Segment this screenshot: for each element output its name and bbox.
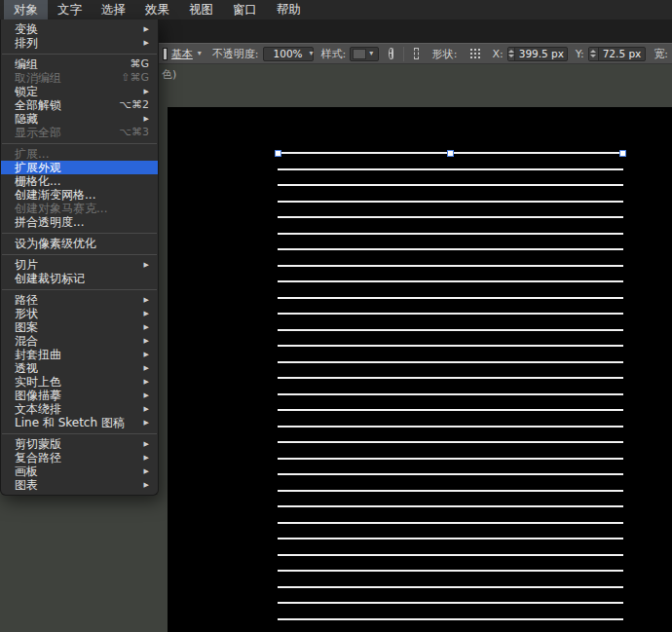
style-label: 样式: <box>321 47 347 61</box>
menu-item-line-and-sketch-art[interactable]: Line 和 Sketch 图稿▶ <box>1 416 158 429</box>
canvas-line[interactable] <box>278 570 623 572</box>
canvas-line[interactable] <box>278 522 623 524</box>
document-tab[interactable]: 色) <box>162 67 176 82</box>
menubar-item-help[interactable]: 帮助 <box>267 0 311 19</box>
canvas-line[interactable] <box>278 345 623 347</box>
menu-item-label: 编组 <box>15 57 38 71</box>
menubar-item-effect[interactable]: 效果 <box>135 0 179 19</box>
opacity-field[interactable]: 100% ▾ <box>263 47 314 61</box>
selection-handle-center[interactable] <box>447 150 454 157</box>
canvas-line[interactable] <box>278 393 623 395</box>
menu-item-create-gradient-mesh[interactable]: 创建渐变网格... <box>1 188 158 202</box>
menu-item-label: 全部解锁 <box>15 98 61 112</box>
canvas-line[interactable] <box>278 426 623 428</box>
menu-separator <box>2 254 157 255</box>
menu-item-envelope-distort[interactable]: 封套扭曲▶ <box>1 348 158 361</box>
menu-item-label: 形状 <box>15 307 38 320</box>
menu-item-clipping-mask[interactable]: 剪切蒙版▶ <box>1 437 158 451</box>
menu-item-lock[interactable]: 锁定▶ <box>1 85 158 98</box>
stepper-icon[interactable] <box>508 48 515 60</box>
canvas-line[interactable] <box>278 233 623 235</box>
menu-item-blend[interactable]: 混合▶ <box>1 334 158 348</box>
canvas-line[interactable] <box>278 184 623 186</box>
canvas-line[interactable] <box>278 201 623 203</box>
canvas-line[interactable] <box>278 265 623 267</box>
canvas-line[interactable] <box>278 168 623 170</box>
canvas-line[interactable] <box>278 377 623 379</box>
artboard[interactable] <box>168 107 672 632</box>
menu-item-slice[interactable]: 切片▶ <box>1 258 158 272</box>
selection-handle-left[interactable] <box>275 150 281 157</box>
x-field[interactable]: 399.5 px <box>507 47 568 61</box>
selection-handle-right[interactable] <box>619 150 626 157</box>
menu-item-transform[interactable]: 变换▶ <box>1 22 158 36</box>
width-label: 宽: <box>653 47 668 61</box>
menu-item-hide[interactable]: 隐藏▶ <box>1 112 158 126</box>
canvas-line[interactable] <box>278 602 623 604</box>
canvas-line[interactable] <box>278 618 623 620</box>
canvas-line[interactable] <box>278 586 623 588</box>
canvas-line[interactable] <box>278 409 623 411</box>
x-label: X: <box>492 48 503 60</box>
menu-item-flatten-transparency[interactable]: 拼合透明度... <box>1 215 158 229</box>
canvas-line[interactable] <box>278 473 623 475</box>
menu-item-expand-appearance[interactable]: 扩展外观 <box>1 161 158 174</box>
canvas-line[interactable] <box>278 490 623 492</box>
chevron-down-icon[interactable]: ▾ <box>198 49 202 58</box>
menu-separator <box>2 233 157 234</box>
opacity-value: 100% <box>270 48 307 59</box>
marquee-icon[interactable] <box>414 48 419 59</box>
menu-item-perspective[interactable]: 透视▶ <box>1 361 158 375</box>
style-dropdown[interactable]: ▾ <box>350 47 379 61</box>
menu-item-create-trim-marks[interactable]: 创建裁切标记 <box>1 272 158 285</box>
menu-item-artboards[interactable]: 画板▶ <box>1 465 158 478</box>
globe-icon[interactable] <box>389 48 393 59</box>
canvas-line[interactable] <box>278 458 623 460</box>
canvas-line[interactable] <box>278 538 623 539</box>
menu-item-rasterize[interactable]: 栅格化... <box>1 174 158 188</box>
menu-item-label: 实时上色 <box>15 375 61 389</box>
menu-item-live-paint[interactable]: 实时上色▶ <box>1 375 158 389</box>
menu-item-compound-path[interactable]: 复合路径▶ <box>1 451 158 465</box>
menubar-item-select[interactable]: 选择 <box>92 0 135 19</box>
canvas-line[interactable] <box>278 554 623 556</box>
menubar-item-window[interactable]: 窗口 <box>223 0 267 19</box>
menubar-item-object[interactable]: 对象 <box>4 0 48 19</box>
menubar-item-type[interactable]: 文字 <box>48 0 92 19</box>
reference-point-icon[interactable] <box>467 48 484 59</box>
appearance-link[interactable]: 基本 <box>171 47 193 61</box>
menubar-item-view[interactable]: 视图 <box>179 0 223 19</box>
canvas-line[interactable] <box>278 216 623 218</box>
menu-item-make-pixel-perfect[interactable]: 设为像素级优化 <box>1 237 158 250</box>
menu-item-group[interactable]: 编组⌘G <box>1 57 158 71</box>
appearance-swatch-icon[interactable] <box>163 48 168 60</box>
menu-item-image-trace[interactable]: 图像描摹▶ <box>1 389 158 402</box>
submenu-arrow-icon: ▶ <box>144 437 149 451</box>
menu-item-pattern[interactable]: 图案▶ <box>1 320 158 334</box>
canvas-line[interactable] <box>278 297 623 299</box>
menu-item-graph[interactable]: 图表▶ <box>1 478 158 492</box>
y-field[interactable]: 72.5 px <box>588 47 647 61</box>
menu-item-unlock-all[interactable]: 全部解锁⌥⌘2 <box>1 98 158 112</box>
menu-item-text-wrap[interactable]: 文本绕排▶ <box>1 402 158 416</box>
canvas-line[interactable] <box>278 313 623 315</box>
canvas-line[interactable] <box>278 248 623 250</box>
menu-item-shortcut: ⌥⌘3 <box>119 126 149 139</box>
menu-item-label: 排列 <box>15 36 38 50</box>
menu-item-label: 取消编组 <box>15 71 61 85</box>
chevron-down-icon[interactable]: ▾ <box>369 49 373 58</box>
menu-item-path[interactable]: 路径▶ <box>1 293 158 307</box>
canvas-line[interactable] <box>278 505 623 507</box>
menu-item-shape[interactable]: 形状▶ <box>1 307 158 320</box>
menu-item-ungroup: 取消编组⇧⌘G <box>1 71 158 85</box>
canvas-line[interactable] <box>278 441 623 443</box>
menu-item-label: 变换 <box>15 22 38 36</box>
stepper-icon[interactable] <box>589 48 599 60</box>
canvas-line[interactable] <box>278 280 623 282</box>
menu-item-label: 栅格化... <box>15 174 60 188</box>
chevron-down-icon[interactable]: ▾ <box>310 49 314 58</box>
submenu-arrow-icon: ▶ <box>144 85 149 98</box>
menu-item-arrange[interactable]: 排列▶ <box>1 36 158 50</box>
canvas-line[interactable] <box>278 329 623 331</box>
canvas-line[interactable] <box>278 361 623 363</box>
